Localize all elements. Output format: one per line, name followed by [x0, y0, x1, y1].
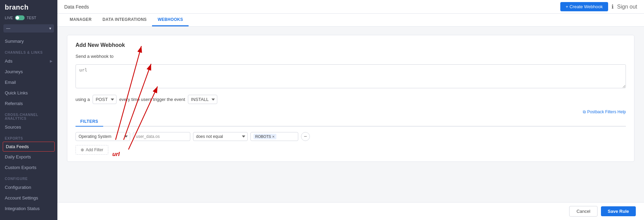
method-event-row: using a POST GET PUT every time users tr… — [76, 95, 626, 104]
channels-section-label: CHANNELS & LINKS — [0, 47, 57, 56]
filter-icon: ⧉ — [583, 109, 586, 114]
tab-manager[interactable]: MANAGER — [64, 14, 97, 26]
sidebar-item-journeys[interactable]: Journeys — [0, 66, 57, 77]
filter-operator-select[interactable]: does not equal equals contains — [193, 132, 248, 141]
filters-section: ⧉ Postback Filters Help FILTERS Operatin… — [76, 109, 626, 155]
topbar-title: Data Feeds — [64, 4, 89, 10]
app-selector[interactable]: — ▾ — [3, 24, 54, 33]
sidebar: branch LIVE TEST — ▾ Summary CHANNELS & … — [0, 0, 57, 220]
filters-tab-bar: FILTERS — [76, 117, 626, 127]
topbar-right: + Create Webhook ℹ Sign out — [560, 2, 637, 11]
sidebar-item-custom-exports[interactable]: Custom Exports — [0, 162, 57, 173]
chevron-down-icon: ▾ — [49, 26, 51, 31]
sidebar-item-account-settings[interactable]: Account Settings — [0, 193, 57, 203]
sidebar-item-daily-exports[interactable]: Daily Exports — [0, 152, 57, 162]
action-bar: Cancel Save Rule — [57, 202, 644, 220]
section-title: Add New Webhook — [76, 42, 626, 48]
tabs-bar: MANAGER DATA INTEGRATIONS WEBHOOKS — [57, 14, 644, 27]
cancel-button[interactable]: Cancel — [569, 206, 597, 217]
main-area: Data Feeds + Create Webhook ℹ Sign out M… — [57, 0, 644, 220]
info-icon[interactable]: ℹ — [612, 3, 614, 10]
live-test-toggle[interactable] — [15, 15, 25, 20]
add-filter-button[interactable]: ⊕ Add Filter — [76, 145, 108, 155]
plus-icon: ⊕ — [81, 147, 84, 152]
topbar-cta-button[interactable]: + Create Webhook — [560, 2, 608, 11]
exports-section-label: EXPORTS — [0, 132, 57, 142]
configure-section-label: CONFIGURE — [0, 173, 57, 182]
test-label: TEST — [27, 16, 36, 20]
chevron-right-icon: ▶ — [50, 59, 53, 63]
filter-field-select[interactable]: Operating System Country Platform User A… — [76, 132, 130, 141]
cross-channel-section-label: CROSS-CHANNEL ANALYTICS — [0, 109, 57, 122]
live-label: LIVE — [5, 16, 13, 20]
logo-area: branch — [0, 0, 57, 14]
sidebar-item-configuration[interactable]: Configuration — [0, 182, 57, 193]
sidebar-item-referrals[interactable]: Referrals — [0, 98, 57, 109]
using-a-label: using a — [76, 97, 90, 102]
tab-data-integrations[interactable]: DATA INTEGRATIONS — [97, 14, 152, 26]
logo-text: branch — [5, 3, 29, 11]
remove-filter-button[interactable]: − — [301, 132, 310, 141]
filter-row-1: Operating System Country Platform User A… — [76, 132, 626, 141]
filters-tab[interactable]: FILTERS — [76, 117, 103, 127]
sign-out-link[interactable]: Sign out — [617, 4, 637, 10]
sidebar-item-ads[interactable]: Ads ▶ — [0, 56, 57, 66]
tab-webhooks[interactable]: WEBHOOKS — [152, 14, 188, 26]
sidebar-item-sources[interactable]: Sources — [0, 122, 57, 132]
postback-filters-link[interactable]: ⧉ Postback Filters Help — [583, 109, 626, 114]
method-select[interactable]: POST GET PUT — [93, 95, 117, 104]
filter-tag-input[interactable]: ROBOTS ✕ — [250, 132, 298, 141]
save-rule-button[interactable]: Save Rule — [601, 206, 636, 216]
filter-tag-robots: ROBOTS ✕ — [254, 134, 276, 139]
topbar: Data Feeds + Create Webhook ℹ Sign out — [57, 0, 644, 14]
send-label: Send a webhook to — [76, 54, 113, 59]
event-label: every time users trigger the event — [119, 97, 185, 102]
sidebar-item-data-feeds[interactable]: Data Feeds — [3, 142, 55, 152]
filter-field-code-input[interactable] — [133, 132, 190, 141]
content-area: url Add New Webhook Send a webhook to us… — [57, 27, 644, 202]
webhook-url-input[interactable] — [76, 64, 626, 88]
sidebar-item-email[interactable]: Email — [0, 77, 57, 88]
sidebar-item-quick-links[interactable]: Quick Links — [0, 88, 57, 98]
add-webhook-card: Add New Webhook Send a webhook to using … — [67, 35, 634, 162]
minus-icon: − — [304, 133, 307, 140]
sidebar-item-integration-status[interactable]: Integration Status — [0, 203, 57, 214]
filter-tag-remove-icon[interactable]: ✕ — [272, 135, 275, 139]
event-select[interactable]: INSTALL OPEN CLICK — [188, 95, 217, 104]
send-webhook-label-row: Send a webhook to — [76, 54, 626, 59]
live-test-bar[interactable]: LIVE TEST — [0, 14, 57, 23]
sidebar-item-summary[interactable]: Summary — [0, 36, 57, 47]
